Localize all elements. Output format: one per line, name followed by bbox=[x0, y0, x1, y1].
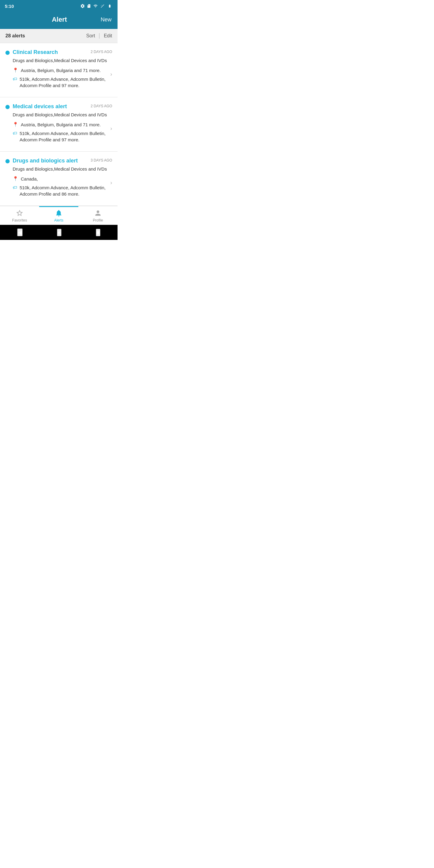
alert-content: Drugs and Biologics,Medical Devices and … bbox=[5, 57, 107, 91]
app-header: Alert New bbox=[0, 12, 118, 29]
alert-item[interactable]: Clinical Research 2 DAYS AGO Drugs and B… bbox=[0, 43, 118, 97]
alert-location-text: Canada, bbox=[21, 176, 38, 182]
alert-location: 📍 Austria, Belgium, Bulgaria and 71 more… bbox=[13, 121, 107, 128]
nav-label-alerts: Alerts bbox=[54, 218, 64, 222]
alert-chevron-icon: › bbox=[110, 180, 112, 186]
alert-title-row: Drugs and biologics alert bbox=[5, 158, 91, 164]
alert-location-text: Austria, Belgium, Bulgaria and 71 more. bbox=[21, 121, 101, 128]
nav-item-alerts[interactable]: Alerts bbox=[39, 209, 79, 222]
toolbar-divider bbox=[99, 33, 99, 38]
alert-tags-text: 510k, Adcomm Advance, Adcomm Bulletin, A… bbox=[20, 130, 107, 143]
alerts-icon bbox=[55, 209, 63, 217]
alert-header: Medical devices alert 2 DAYS AGO bbox=[5, 103, 112, 110]
alert-unread-dot bbox=[5, 105, 10, 109]
alert-tags: 🏷 510k, Adcomm Advance, Adcomm Bulletin,… bbox=[13, 130, 107, 143]
alert-item[interactable]: Drugs and biologics alert 3 DAYS AGO Dru… bbox=[0, 152, 118, 206]
alert-content: Drugs and Biologics,Medical Devices and … bbox=[5, 166, 107, 199]
alert-count: 28 alerts bbox=[5, 33, 25, 38]
bottom-nav: Favorites Alerts Profile bbox=[0, 206, 118, 225]
alert-unread-dot bbox=[5, 159, 10, 163]
battery-icon bbox=[107, 4, 113, 8]
alert-tags-text: 510k, Adcomm Advance, Adcomm Bulletin, A… bbox=[20, 76, 107, 89]
alert-location: 📍 Austria, Belgium, Bulgaria and 71 more… bbox=[13, 67, 107, 73]
location-icon: 📍 bbox=[13, 176, 19, 181]
alert-title: Clinical Research bbox=[13, 49, 91, 56]
alert-meta-row: Drugs and Biologics,Medical Devices and … bbox=[5, 57, 112, 91]
signal-icon bbox=[100, 4, 105, 8]
favorites-icon bbox=[16, 209, 24, 217]
alert-subtitle: Drugs and Biologics,Medical Devices and … bbox=[13, 166, 107, 172]
alert-list: Clinical Research 2 DAYS AGO Drugs and B… bbox=[0, 43, 118, 206]
tag-icon: 🏷 bbox=[13, 76, 17, 82]
alert-title: Drugs and biologics alert bbox=[13, 158, 91, 164]
sdcard-icon bbox=[87, 4, 91, 8]
alert-item[interactable]: Medical devices alert 2 DAYS AGO Drugs a… bbox=[0, 97, 118, 152]
alert-meta-row: Drugs and Biologics,Medical Devices and … bbox=[5, 166, 112, 199]
alert-date: 2 DAYS AGO bbox=[91, 50, 112, 54]
profile-icon bbox=[94, 209, 102, 217]
alert-header: Clinical Research 2 DAYS AGO bbox=[5, 49, 112, 56]
android-nav-bar: ◀ ● ■ bbox=[0, 225, 118, 240]
alert-location: 📍 Canada, bbox=[13, 176, 107, 182]
wifi-icon bbox=[93, 4, 98, 8]
active-tab-indicator bbox=[39, 206, 79, 207]
edit-button[interactable]: Edit bbox=[104, 33, 112, 38]
alert-tags: 🏷 510k, Adcomm Advance, Adcomm Bulletin,… bbox=[13, 76, 107, 89]
alert-tags: 🏷 510k, Adcomm Advance, Adcomm Bulletin,… bbox=[13, 184, 107, 197]
tag-icon: 🏷 bbox=[13, 130, 17, 135]
alert-date: 3 DAYS AGO bbox=[91, 158, 112, 162]
toolbar-actions: Sort Edit bbox=[86, 33, 112, 38]
alert-title-row: Medical devices alert bbox=[5, 103, 91, 110]
home-button[interactable]: ● bbox=[57, 229, 61, 236]
sort-button[interactable]: Sort bbox=[86, 33, 95, 38]
status-icons bbox=[80, 4, 113, 8]
nav-item-profile[interactable]: Profile bbox=[79, 209, 118, 222]
tag-icon: 🏷 bbox=[13, 185, 17, 190]
alert-subtitle: Drugs and Biologics,Medical Devices and … bbox=[13, 57, 107, 64]
toolbar: 28 alerts Sort Edit bbox=[0, 29, 118, 43]
alert-tags-text: 510k, Adcomm Advance, Adcomm Bulletin, A… bbox=[20, 184, 107, 197]
header-title: Alert bbox=[18, 16, 101, 24]
alert-date: 2 DAYS AGO bbox=[91, 104, 112, 108]
nav-label-favorites: Favorites bbox=[12, 218, 27, 222]
alert-title: Medical devices alert bbox=[13, 103, 91, 110]
nav-label-profile: Profile bbox=[93, 218, 103, 222]
nav-item-favorites[interactable]: Favorites bbox=[0, 209, 39, 222]
alert-location-text: Austria, Belgium, Bulgaria and 71 more. bbox=[21, 67, 101, 73]
alert-content: Drugs and Biologics,Medical Devices and … bbox=[5, 112, 107, 145]
status-time: 5:10 bbox=[5, 4, 14, 9]
back-button[interactable]: ◀ bbox=[17, 228, 23, 236]
alert-meta-row: Drugs and Biologics,Medical Devices and … bbox=[5, 112, 112, 145]
recent-button[interactable]: ■ bbox=[96, 229, 100, 236]
alert-chevron-icon: › bbox=[110, 125, 112, 132]
settings-icon bbox=[80, 4, 85, 8]
alert-unread-dot bbox=[5, 51, 10, 55]
alert-header: Drugs and biologics alert 3 DAYS AGO bbox=[5, 158, 112, 164]
alert-title-row: Clinical Research bbox=[5, 49, 91, 56]
alert-subtitle: Drugs and Biologics,Medical Devices and … bbox=[13, 112, 107, 118]
status-bar: 5:10 bbox=[0, 0, 118, 12]
alert-chevron-icon: › bbox=[110, 71, 112, 78]
new-button[interactable]: New bbox=[101, 17, 112, 23]
location-icon: 📍 bbox=[13, 122, 19, 127]
location-icon: 📍 bbox=[13, 67, 19, 73]
